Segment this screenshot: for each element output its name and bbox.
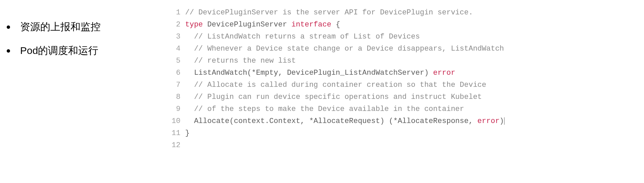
code-line: 11} [171,127,644,139]
code-line: 9 // of the steps to make the Device ava… [171,103,644,115]
code-content: // DevicePluginServer is the server API … [185,7,473,19]
code-panel: 1// DevicePluginServer is the server API… [171,0,644,183]
line-number: 3 [171,31,185,43]
line-number: 4 [171,43,185,55]
code-content: // ListAndWatch returns a stream of List… [185,31,420,43]
code-content: // returns the new list [185,55,296,67]
bullet-list: 资源的上报和监控 Pod的调度和运行 [7,20,171,58]
line-number: 2 [171,19,185,31]
code-line: 2type DevicePluginServer interface { [171,19,644,31]
line-number: 7 [171,79,185,91]
code-line: 7 // Allocate is called during container… [171,79,644,91]
list-item: 资源的上报和监控 [7,20,171,34]
code-content: Allocate(context.Context, *AllocateReque… [185,115,504,127]
code-content: // Plugin can run device specific operat… [185,91,482,103]
line-number: 9 [171,103,185,115]
code-content: // Whenever a Device state change or a D… [185,43,504,55]
line-number: 5 [171,55,185,67]
code-line: 6 ListAndWatch(*Empty, DevicePlugin_List… [171,67,644,79]
code-line: 3 // ListAndWatch returns a stream of Li… [171,31,644,43]
code-content: } [185,127,190,139]
bullet-icon [7,49,10,53]
code-content: // Allocate is called during container c… [185,79,486,91]
line-number: 11 [171,127,185,139]
code-line: 8 // Plugin can run device specific oper… [171,91,644,103]
code-line: 4 // Whenever a Device state change or a… [171,43,644,55]
line-number: 8 [171,91,185,103]
line-number: 12 [171,139,185,151]
line-number: 10 [171,115,185,127]
code-content: // of the steps to make the Device avail… [185,103,464,115]
code-line: 12 [171,139,644,151]
list-item: Pod的调度和运行 [7,44,171,58]
line-number: 6 [171,67,185,79]
code-line: 10 Allocate(context.Context, *AllocateRe… [171,115,644,127]
bullet-text: 资源的上报和监控 [20,20,101,34]
code-line: 1// DevicePluginServer is the server API… [171,7,644,19]
bullet-icon [7,25,10,29]
code-content: type DevicePluginServer interface { [185,19,340,31]
line-number: 1 [171,7,185,19]
bullet-text: Pod的调度和运行 [20,44,98,58]
code-content: ListAndWatch(*Empty, DevicePlugin_ListAn… [185,67,455,79]
bullet-panel: 资源的上报和监控 Pod的调度和运行 [0,0,171,183]
text-cursor-icon [504,117,504,125]
code-line: 5 // returns the new list [171,55,644,67]
